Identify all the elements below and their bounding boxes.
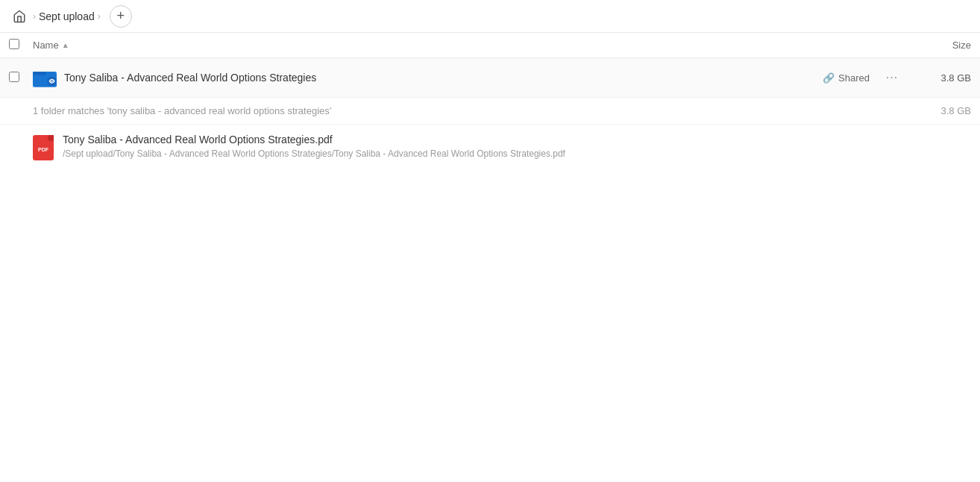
home-button[interactable]	[9, 6, 30, 27]
pdf-icon: PDF	[33, 135, 54, 160]
sort-indicator: ▲	[62, 41, 69, 49]
name-label: Name	[33, 40, 59, 51]
link-icon: 🔗	[823, 72, 835, 84]
pdf-filename: Tony Saliba - Advanced Real World Option…	[63, 134, 971, 145]
column-headers: Name ▲ Size	[0, 33, 980, 58]
breadcrumb-chevron-1: ›	[33, 11, 36, 22]
header-checkbox[interactable]	[9, 39, 27, 51]
size-column-header: Size	[911, 40, 971, 51]
search-info-row: 1 folder matches 'tony saliba - advanced…	[0, 98, 980, 125]
pdf-result-row[interactable]: PDF Tony Saliba - Advanced Real World Op…	[0, 125, 980, 169]
folder-size: 3.8 GB	[911, 72, 971, 84]
folder-row[interactable]: Tony Saliba - Advanced Real World Option…	[0, 58, 980, 98]
row-checkbox[interactable]	[9, 72, 27, 84]
breadcrumb-chevron-2: ›	[98, 11, 101, 22]
folder-name: Tony Saliba - Advanced Real World Option…	[64, 72, 823, 84]
search-info-text: 1 folder matches 'tony saliba - advanced…	[33, 105, 331, 116]
folder-icon	[33, 66, 57, 90]
pdf-result-info: Tony Saliba - Advanced Real World Option…	[63, 134, 971, 159]
folder-checkbox[interactable]	[9, 72, 19, 82]
shared-badge: 🔗 Shared	[823, 72, 870, 84]
add-button[interactable]: +	[110, 5, 132, 28]
more-options-button[interactable]: ···	[882, 67, 902, 88]
select-all-checkbox[interactable]	[9, 39, 19, 49]
shared-label: Shared	[838, 72, 870, 84]
svg-rect-1	[33, 72, 46, 75]
name-column-header[interactable]: Name ▲	[33, 40, 911, 51]
more-icon: ···	[886, 72, 898, 84]
pdf-path: /Sept upload/Tony Saliba - Advanced Real…	[63, 148, 971, 159]
breadcrumb-folder[interactable]: Sept upload	[39, 10, 95, 22]
pdf-label: PDF	[38, 147, 48, 152]
breadcrumb-bar: › Sept upload › +	[0, 0, 980, 33]
search-info-size: 3.8 GB	[941, 105, 971, 116]
